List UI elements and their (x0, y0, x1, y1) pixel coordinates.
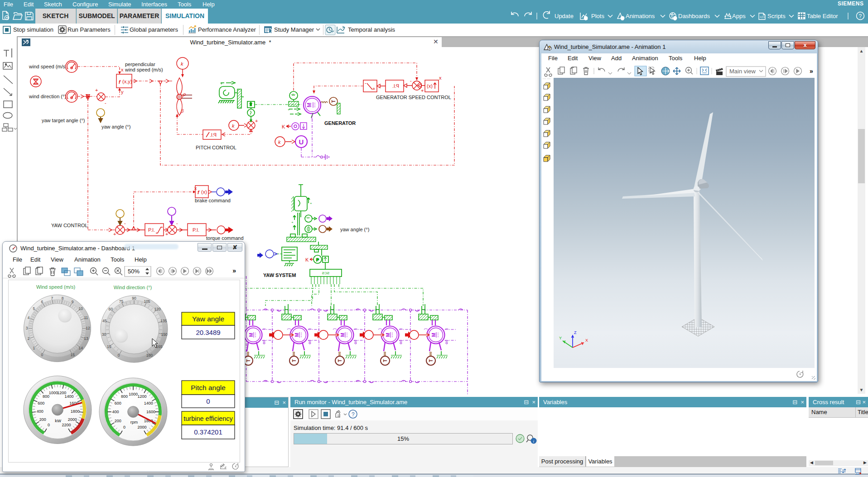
svg-text:yaw angle (°): yaw angle (°) (101, 124, 130, 129)
svg-text:8: 8 (62, 296, 64, 301)
svg-text:12: 12 (86, 326, 90, 330)
svg-text:60: 60 (109, 307, 113, 311)
svg-text:1800: 1800 (71, 409, 80, 414)
svg-text:120: 120 (154, 307, 161, 311)
svg-text:20.3489: 20.3489 (196, 329, 220, 336)
svg-text:30: 30 (102, 332, 106, 337)
svg-text:K: K (282, 124, 285, 129)
svg-text:YAW SYSTEM: YAW SYSTEM (263, 272, 296, 278)
svg-text:f: f (119, 79, 121, 85)
svg-text:4: 4 (28, 315, 30, 320)
svg-text:14: 14 (78, 346, 83, 350)
svg-text:90: 90 (132, 296, 136, 301)
svg-text:0: 0 (206, 397, 210, 405)
svg-text:x: x (121, 67, 124, 72)
svg-text:13: 13 (84, 336, 88, 341)
svg-text:yaw angle (°): yaw angle (°) (340, 227, 369, 232)
svg-text:400: 400 (37, 409, 43, 414)
svg-text:+: + (291, 220, 294, 224)
svg-text:50%: 50% (128, 268, 140, 275)
svg-text:?: ? (352, 411, 355, 418)
svg-text:2000: 2000 (137, 425, 146, 429)
svg-text:k: k (232, 123, 235, 129)
svg-text:0: 0 (118, 353, 120, 358)
svg-text:rpm: rpm (130, 420, 138, 425)
svg-text:YAW CONTROL: YAW CONTROL (51, 223, 88, 228)
svg-text:1: 1 (33, 346, 35, 350)
svg-text:β: β (180, 108, 184, 114)
svg-text:-: - (124, 220, 126, 226)
svg-text:1200: 1200 (137, 394, 146, 399)
svg-text:+: + (372, 86, 375, 91)
svg-text:y: y (121, 89, 124, 95)
svg-text:Wind direction (°): Wind direction (°) (114, 285, 152, 290)
svg-text:kW: kW (55, 418, 61, 423)
svg-text:wind direction (°): wind direction (°) (29, 94, 66, 99)
svg-text:k: k (181, 61, 183, 67)
svg-text:Z: Z (574, 330, 577, 335)
svg-text:P: P (316, 258, 319, 262)
svg-text:0: 0 (41, 353, 43, 357)
svg-text:75: 75 (119, 299, 124, 304)
svg-text:(x): (x) (427, 83, 433, 89)
svg-text:+: + (288, 108, 290, 112)
svg-text:K: K (305, 257, 309, 262)
svg-text:200: 200 (39, 417, 46, 422)
svg-text:+: + (255, 118, 258, 124)
svg-text:f: f (198, 190, 200, 195)
svg-text:turbine efficiency: turbine efficiency (183, 415, 233, 422)
svg-text:x: x (194, 186, 197, 191)
svg-text:Y: Y (559, 336, 562, 340)
svg-text:5: 5 (33, 306, 35, 311)
svg-text:10: 10 (78, 306, 83, 311)
svg-text:9: 9 (72, 300, 74, 304)
svg-text:T: T (331, 100, 336, 103)
svg-text:0: 0 (123, 425, 125, 429)
svg-text:165: 165 (156, 344, 162, 349)
svg-text:x: x (439, 75, 442, 81)
svg-text:6: 6 (41, 300, 43, 304)
svg-text:yaw target angle (°): yaw target angle (°) (42, 118, 85, 123)
svg-text:+: + (113, 231, 116, 237)
svg-text:180: 180 (146, 353, 153, 358)
svg-text:Yaw angle: Yaw angle (192, 315, 224, 323)
svg-text:+: + (310, 201, 312, 205)
svg-text:»: » (810, 67, 813, 75)
svg-text:2: 2 (28, 336, 30, 341)
svg-text:150: 150 (161, 332, 167, 337)
svg-text:1000: 1000 (129, 392, 138, 396)
svg-text:perpendicular: perpendicular (125, 62, 155, 67)
svg-text:P.I.: P.I. (210, 132, 217, 138)
svg-text:600: 600 (115, 401, 121, 405)
svg-text:0: 0 (48, 423, 50, 427)
svg-text:k: k (278, 139, 281, 145)
svg-text:(x,y): (x,y) (122, 79, 132, 84)
svg-text:200: 200 (115, 419, 121, 423)
svg-text:GENERATOR: GENERATOR (324, 120, 356, 126)
svg-text:800: 800 (121, 394, 128, 399)
svg-text:P.I.: P.I. (148, 227, 155, 233)
svg-text:0.374201: 0.374201 (194, 428, 222, 436)
svg-text:(x): (x) (201, 189, 207, 195)
svg-text:SCS: SCS (322, 271, 329, 275)
svg-text:1000: 1000 (49, 391, 58, 395)
svg-text:45: 45 (102, 319, 107, 323)
svg-text:3: 3 (26, 326, 28, 330)
svg-text:brake command: brake command (195, 198, 231, 203)
svg-text:400: 400 (112, 410, 119, 414)
svg-text:11: 11 (84, 315, 88, 320)
svg-text:105: 105 (144, 299, 150, 304)
svg-text:wind speed (m/s): wind speed (m/s) (29, 64, 67, 69)
svg-text:600: 600 (38, 401, 44, 405)
svg-text:800: 800 (43, 394, 49, 399)
svg-text:PITCH CONTROL: PITCH CONTROL (196, 145, 236, 150)
svg-text:15: 15 (70, 353, 75, 357)
svg-text:torque command: torque command (206, 235, 244, 241)
svg-text:M: M (306, 103, 313, 107)
svg-text:+: + (220, 81, 222, 86)
svg-text:wind speed (m/s): wind speed (m/s) (125, 67, 163, 72)
svg-text:2000: 2000 (68, 417, 77, 422)
svg-text:-: - (410, 78, 412, 83)
svg-text:U: U (299, 138, 304, 146)
svg-text:-: - (176, 220, 178, 226)
